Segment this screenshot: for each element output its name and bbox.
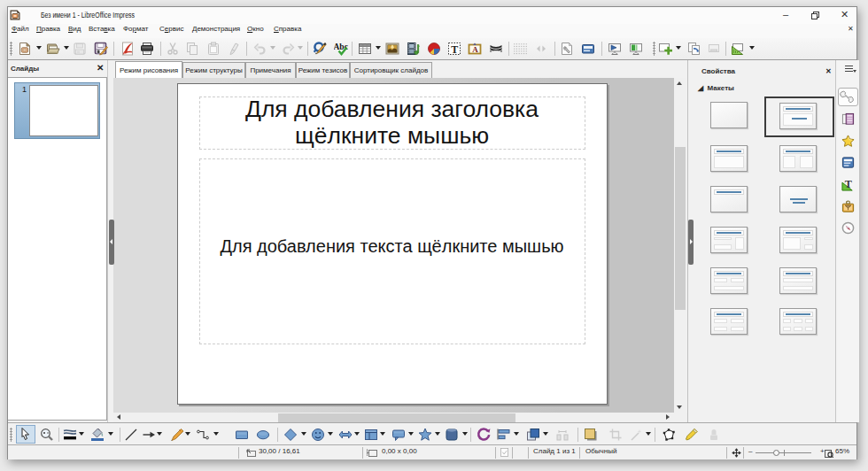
svg-text:T: T xyxy=(451,43,458,56)
svg-text:A: A xyxy=(472,45,478,54)
svg-text:T: T xyxy=(845,178,852,190)
